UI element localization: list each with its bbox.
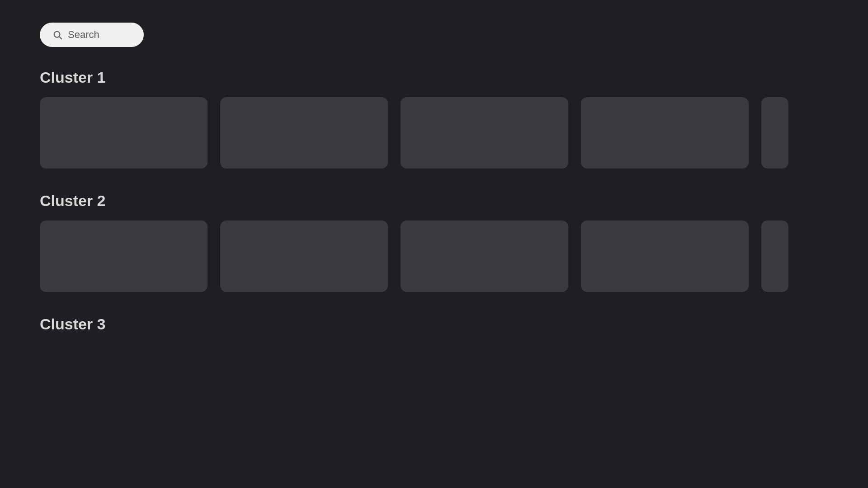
cluster-2-card-4[interactable] xyxy=(581,221,749,292)
cluster-2-section: Cluster 2 xyxy=(40,192,828,292)
page-container: Search Cluster 1 Cluster 2 Cluster 3 xyxy=(0,0,868,384)
svg-line-1 xyxy=(59,37,61,39)
search-placeholder: Search xyxy=(68,29,99,41)
cluster-2-title: Cluster 2 xyxy=(40,192,828,210)
cluster-2-grid xyxy=(40,221,828,292)
cluster-2-card-1[interactable] xyxy=(40,221,208,292)
search-bar[interactable]: Search xyxy=(40,23,144,47)
cluster-1-card-5-partial[interactable] xyxy=(761,97,788,169)
cluster-3-section: Cluster 3 xyxy=(40,315,828,333)
cluster-2-card-5-partial[interactable] xyxy=(761,221,788,292)
cluster-1-title: Cluster 1 xyxy=(40,69,828,86)
cluster-1-card-3[interactable] xyxy=(401,97,568,169)
cluster-2-card-3[interactable] xyxy=(401,221,568,292)
cluster-1-card-1[interactable] xyxy=(40,97,208,169)
cluster-1-card-4[interactable] xyxy=(581,97,749,169)
cluster-1-section: Cluster 1 xyxy=(40,69,828,169)
cluster-3-title: Cluster 3 xyxy=(40,315,828,333)
cluster-1-card-2[interactable] xyxy=(220,97,388,169)
search-icon xyxy=(52,30,62,40)
cluster-1-grid xyxy=(40,97,828,169)
search-bar-wrapper: Search xyxy=(40,23,828,47)
cluster-2-card-2[interactable] xyxy=(220,221,388,292)
